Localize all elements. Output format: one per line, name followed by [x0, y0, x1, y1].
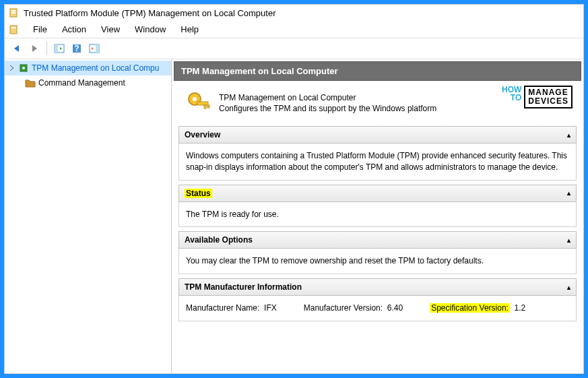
- arrow-right-icon: [29, 43, 40, 54]
- help-icon: ?: [71, 43, 82, 54]
- panel-right-icon: [89, 43, 100, 54]
- svg-point-12: [22, 67, 25, 69]
- menu-window[interactable]: Window: [128, 22, 172, 36]
- tpm-console-icon: [9, 24, 20, 35]
- overview-body: Windows computers containing a Trusted P…: [178, 144, 577, 181]
- forward-button[interactable]: [26, 40, 42, 57]
- collapse-arrow-icon: ▴: [567, 237, 570, 244]
- section-options: Available Options ▴ You may clear the TP…: [178, 231, 577, 274]
- svg-rect-10: [96, 44, 99, 53]
- show-hide-tree-button[interactable]: [51, 40, 67, 57]
- manufacturer-title: TPM Manufacturer Information: [185, 282, 302, 292]
- collapse-arrow-icon: ▴: [567, 189, 570, 197]
- menu-view[interactable]: View: [94, 22, 127, 36]
- svg-rect-17: [207, 105, 209, 108]
- tpm-chip-icon: [18, 63, 29, 73]
- summary-text: TPM Management on Local Computer Configu…: [219, 93, 436, 113]
- svg-rect-3: [10, 26, 17, 34]
- summary-row: TPM Management on Local Computer Configu…: [178, 83, 577, 123]
- options-body: You may clear the TPM to remove ownershi…: [178, 249, 577, 274]
- back-button[interactable]: [9, 40, 25, 57]
- help-button[interactable]: ?: [69, 40, 85, 57]
- menu-action[interactable]: Action: [55, 22, 93, 36]
- key-icon: [185, 90, 212, 117]
- tree-command-management[interactable]: Command Management: [5, 75, 171, 90]
- panel-icon: [54, 43, 65, 54]
- watermark-logo: HOW TO MANAGE DEVICES: [502, 86, 573, 108]
- section-status: Status ▴ The TPM is ready for use.: [178, 185, 577, 228]
- svg-rect-2: [11, 12, 15, 13]
- svg-rect-15: [197, 102, 208, 105]
- section-overview: Overview ▴ Windows computers containing …: [178, 126, 577, 181]
- svg-point-14: [193, 97, 197, 101]
- main-header: TPM Management on Local Computer: [174, 61, 581, 81]
- spec-version: Specification Version: 1.2: [430, 303, 525, 314]
- action-pane-button[interactable]: [86, 40, 102, 57]
- mfr-name: Manufacturer Name: IFX: [186, 303, 277, 314]
- collapse-arrow-icon: ▴: [567, 131, 570, 139]
- logo-left: HOW TO: [502, 86, 521, 102]
- tree-child-label: Command Management: [38, 78, 125, 88]
- svg-rect-1: [11, 10, 15, 11]
- collapse-arrow-icon: ▴: [567, 284, 570, 291]
- overview-header[interactable]: Overview ▴: [178, 126, 577, 144]
- summary-title: TPM Management on Local Computer: [219, 93, 436, 102]
- title-bar: Trusted Platform Module (TPM) Management…: [5, 5, 583, 21]
- status-body: The TPM is ready for use.: [178, 202, 577, 228]
- tree-root-tpm[interactable]: TPM Management on Local Compu: [5, 61, 171, 75]
- svg-rect-16: [204, 105, 206, 108]
- summary-desc: Configures the TPM and its support by th…: [219, 104, 436, 113]
- status-header[interactable]: Status ▴: [178, 185, 577, 202]
- mfr-version: Manufacturer Version: 6.40: [304, 303, 403, 314]
- expand-icon: [9, 65, 15, 71]
- options-title: Available Options: [185, 235, 253, 245]
- section-manufacturer: TPM Manufacturer Information ▴ Manufactu…: [178, 278, 577, 321]
- tree-root-label: TPM Management on Local Compu: [32, 63, 159, 73]
- manufacturer-header[interactable]: TPM Manufacturer Information ▴: [178, 278, 577, 296]
- content-area: TPM Management on Local Compu Command Ma…: [5, 59, 583, 373]
- toolbar-separator: [46, 42, 47, 55]
- manufacturer-body: Manufacturer Name: IFX Manufacturer Vers…: [178, 296, 577, 321]
- menu-file[interactable]: File: [26, 22, 54, 36]
- options-header[interactable]: Available Options ▴: [178, 231, 577, 249]
- status-title: Status: [185, 189, 212, 198]
- svg-rect-4: [11, 27, 15, 28]
- main-pane: TPM Management on Local Computer TPM Man…: [172, 59, 583, 373]
- arrow-left-icon: [11, 43, 22, 54]
- svg-rect-6: [55, 44, 58, 53]
- menu-help[interactable]: Help: [174, 22, 205, 36]
- svg-text:?: ?: [74, 44, 79, 53]
- overview-title: Overview: [185, 130, 220, 139]
- window-title: Trusted Platform Module (TPM) Management…: [24, 8, 276, 18]
- mmc-window: Trusted Platform Module (TPM) Management…: [4, 4, 584, 374]
- logo-right: MANAGE DEVICES: [524, 86, 573, 108]
- tree-pane: TPM Management on Local Compu Command Ma…: [5, 59, 172, 373]
- menu-bar: File Action View Window Help: [5, 21, 583, 38]
- toolbar: ?: [5, 38, 583, 59]
- tpm-console-icon: [9, 7, 20, 18]
- folder-gear-icon: [25, 77, 36, 88]
